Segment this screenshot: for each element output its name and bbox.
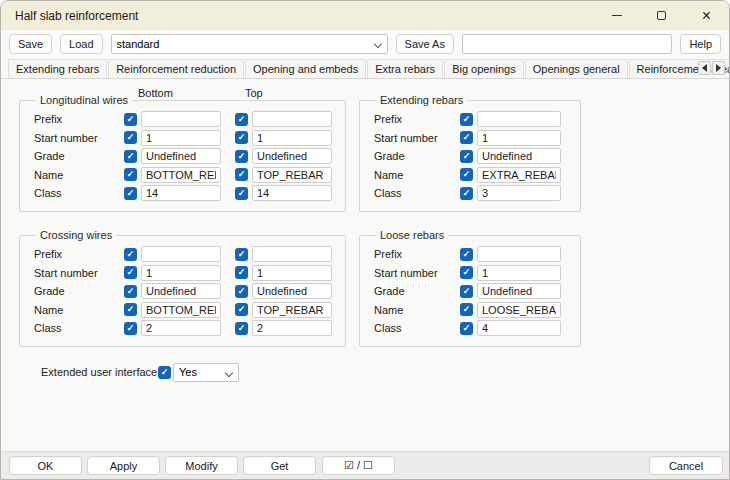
row-label: Name (374, 169, 460, 181)
input-extending-prefix[interactable] (477, 111, 561, 127)
checkbox-longitudinal-name-top[interactable] (235, 168, 248, 181)
window-title: Half slab reinforcement (15, 9, 138, 23)
field-row: Start number (374, 264, 580, 283)
checkbox-crossing-grade-top[interactable] (235, 285, 248, 298)
close-button[interactable] (684, 1, 729, 30)
checkbox-extending-name[interactable] (460, 168, 473, 181)
checkbox-loose-grade[interactable] (460, 285, 473, 298)
tab-big-openings[interactable]: Big openings (444, 59, 524, 78)
input-crossing-grade-top[interactable] (252, 283, 332, 299)
tab-opening-and-embeds[interactable]: Opening and embeds (245, 59, 366, 78)
checkbox-crossing-name-bottom[interactable] (124, 303, 137, 316)
input-longitudinal-name-bottom[interactable] (141, 167, 221, 183)
save-as-button[interactable]: Save As (396, 34, 454, 54)
checkbox-crossing-name-top[interactable] (235, 303, 248, 316)
checkbox-longitudinal-startnumber-top[interactable] (235, 131, 248, 144)
input-crossing-startnumber-bottom[interactable] (141, 265, 221, 281)
minimize-button[interactable] (594, 1, 639, 30)
checkbox-crossing-grade-bottom[interactable] (124, 285, 137, 298)
input-crossing-prefix-top[interactable] (252, 246, 332, 262)
cancel-button[interactable]: Cancel (649, 456, 723, 475)
input-longitudinal-startnumber-top[interactable] (252, 130, 332, 146)
checkbox-crossing-prefix-bottom[interactable] (124, 248, 137, 261)
input-longitudinal-class-top[interactable] (252, 185, 332, 201)
field-row: Class (374, 184, 580, 203)
checkbox-loose-prefix[interactable] (460, 248, 473, 261)
input-longitudinal-prefix-bottom[interactable] (141, 111, 221, 127)
toggle-all-checkboxes-button[interactable]: ☑ / ☐ (322, 456, 395, 475)
input-longitudinal-grade-top[interactable] (252, 148, 332, 164)
checkbox-crossing-class-bottom[interactable] (124, 322, 137, 335)
checkbox-extending-startnumber[interactable] (460, 131, 473, 144)
tab-extending-rebars[interactable]: Extending rebars (8, 59, 107, 78)
checkbox-longitudinal-class-top[interactable] (235, 187, 248, 200)
input-extending-grade[interactable] (477, 148, 561, 164)
input-crossing-grade-bottom[interactable] (141, 283, 221, 299)
input-crossing-name-bottom[interactable] (141, 302, 221, 318)
checkbox-longitudinal-grade-top[interactable] (235, 150, 248, 163)
input-loose-class[interactable] (477, 320, 561, 336)
checkbox-longitudinal-grade-bottom[interactable] (124, 150, 137, 163)
checkbox-extending-prefix[interactable] (460, 113, 473, 126)
apply-button[interactable]: Apply (87, 456, 160, 475)
input-loose-grade[interactable] (477, 283, 561, 299)
checkbox-longitudinal-prefix-bottom[interactable] (124, 113, 137, 126)
help-button[interactable]: Help (680, 34, 721, 54)
input-crossing-prefix-bottom[interactable] (141, 246, 221, 262)
extended-ui-dropdown[interactable]: Yes (173, 363, 239, 382)
field-row: Class (34, 184, 345, 203)
checkbox-loose-name[interactable] (460, 303, 473, 316)
tab-scroll-left-button[interactable] (698, 61, 711, 75)
checkbox-loose-class[interactable] (460, 322, 473, 335)
input-crossing-startnumber-top[interactable] (252, 265, 332, 281)
input-longitudinal-class-bottom[interactable] (141, 185, 221, 201)
save-as-input[interactable] (462, 34, 672, 54)
checkbox-loose-startnumber[interactable] (460, 266, 473, 279)
tab-reinforcement-reduction[interactable]: Reinforcement reduction (108, 59, 244, 78)
input-crossing-class-top[interactable] (252, 320, 332, 336)
tab-scroll-right-button[interactable] (712, 61, 725, 75)
field-row: Class (374, 319, 580, 338)
checkbox-extending-grade[interactable] (460, 150, 473, 163)
group-crossing-wires: Crossing wires Prefix Start number Grade (19, 229, 346, 347)
row-label: Name (34, 169, 124, 181)
input-extending-startnumber[interactable] (477, 130, 561, 146)
checkbox-crossing-startnumber-top[interactable] (235, 266, 248, 279)
checkbox-crossing-prefix-top[interactable] (235, 248, 248, 261)
checkbox-longitudinal-class-bottom[interactable] (124, 187, 137, 200)
maximize-button[interactable] (639, 1, 684, 30)
input-loose-name[interactable] (477, 302, 561, 318)
checkbox-crossing-class-top[interactable] (235, 322, 248, 335)
input-longitudinal-grade-bottom[interactable] (141, 148, 221, 164)
input-extending-class[interactable] (477, 185, 561, 201)
checkbox-extending-class[interactable] (460, 187, 473, 200)
checkbox-crossing-startnumber-bottom[interactable] (124, 266, 137, 279)
input-longitudinal-name-top[interactable] (252, 167, 332, 183)
input-crossing-class-bottom[interactable] (141, 320, 221, 336)
preset-dropdown[interactable]: standard (111, 34, 388, 54)
footer-bar: OK Apply Modify Get ☑ / ☐ Cancel (1, 451, 730, 479)
input-crossing-name-top[interactable] (252, 302, 332, 318)
group-longitudinal-wires: Longitudinal wires Prefix Start number G… (19, 94, 346, 212)
field-row: Grade (34, 282, 345, 301)
tab-openings-general[interactable]: Openings general (525, 59, 628, 78)
row-label: Name (34, 304, 124, 316)
save-button[interactable]: Save (9, 34, 52, 54)
checkbox-longitudinal-startnumber-bottom[interactable] (124, 131, 137, 144)
input-loose-startnumber[interactable] (477, 265, 561, 281)
checkbox-longitudinal-prefix-top[interactable] (235, 113, 248, 126)
load-button[interactable]: Load (60, 34, 102, 54)
tab-extra-rebars[interactable]: Extra rebars (367, 59, 443, 78)
get-button[interactable]: Get (243, 456, 316, 475)
modify-button[interactable]: Modify (165, 456, 238, 475)
minimize-icon (612, 15, 622, 16)
input-extending-name[interactable] (477, 167, 561, 183)
field-row: Start number (34, 129, 345, 148)
input-loose-prefix[interactable] (477, 246, 561, 262)
checkbox-longitudinal-name-bottom[interactable] (124, 168, 137, 181)
input-longitudinal-prefix-top[interactable] (252, 111, 332, 127)
ok-button[interactable]: OK (9, 456, 82, 475)
group-loose-rebars: Loose rebars Prefix Start number Grade N… (359, 229, 581, 347)
checkbox-extended-ui[interactable] (158, 366, 171, 379)
input-longitudinal-startnumber-bottom[interactable] (141, 130, 221, 146)
